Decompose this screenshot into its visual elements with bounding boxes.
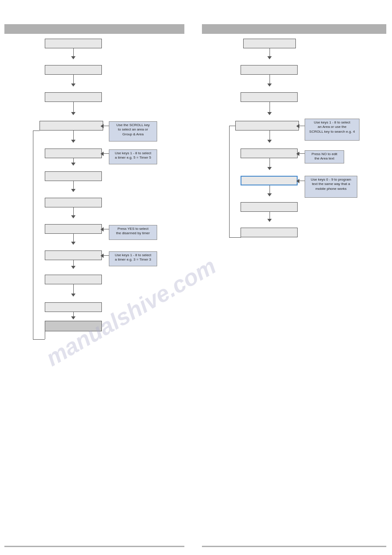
- rbox2: [241, 65, 298, 75]
- hline-lann4: [103, 255, 109, 256]
- vline-l10: [73, 284, 74, 294]
- lbox7: [45, 198, 102, 207]
- hline-lann1: [103, 126, 109, 126]
- arrow-lann2: [101, 152, 104, 156]
- hline-rann1: [299, 126, 305, 126]
- rbox4: [235, 121, 299, 131]
- rbox8: [241, 228, 298, 237]
- arrow-r4: [267, 140, 272, 143]
- vline-l4: [73, 131, 74, 141]
- hline-lann3: [103, 229, 109, 229]
- header-bar-right: [202, 24, 386, 34]
- lbox10: [45, 275, 102, 284]
- arrow-l9: [71, 266, 76, 269]
- rann1: Use keys 1 - 8 to selectan Area or use t…: [305, 119, 360, 141]
- arrow-r6: [267, 193, 272, 196]
- arrow-r5: [267, 167, 272, 170]
- arrow-lann3: [101, 227, 104, 232]
- vline-l6: [73, 181, 74, 190]
- arrow-l8: [71, 242, 76, 245]
- loop-left-r: [229, 126, 230, 238]
- lbox1: [45, 39, 102, 48]
- lbox5: [45, 149, 102, 158]
- arrow-l4: [71, 140, 76, 143]
- arrow-r1: [267, 56, 272, 59]
- rbox3: [241, 92, 298, 102]
- lbox2: [45, 65, 102, 75]
- watermark: manualshive.com: [41, 253, 220, 371]
- lbox6: [45, 171, 102, 181]
- vline-l1: [73, 48, 74, 57]
- loop-bottom-r: [229, 237, 241, 238]
- arrow-l7: [71, 215, 76, 218]
- lann2: Use keys 1 - 8 to selecta timer e.g. 5 =…: [109, 149, 157, 164]
- hline-rann2: [299, 153, 305, 154]
- arrow-l1: [71, 56, 76, 59]
- loop-top-l: [33, 131, 40, 131]
- arrow-l2: [71, 83, 76, 87]
- lann1: Use the SCROLL keyto select an area orGr…: [109, 121, 157, 141]
- vline-r4: [270, 131, 270, 141]
- loop-bottom-l: [33, 339, 45, 340]
- footer-bar-left: [4, 546, 184, 547]
- arrow-r7: [267, 219, 272, 222]
- arrow-l11: [71, 316, 76, 319]
- rbox6: [241, 176, 298, 185]
- vline-l8: [73, 234, 74, 243]
- lbox4: [40, 121, 103, 131]
- arrow-l5: [71, 163, 76, 166]
- vline-r2: [270, 75, 270, 84]
- header-bar-left: [4, 24, 184, 34]
- footer-bar-right: [202, 546, 386, 547]
- arrow-l3: [71, 112, 76, 115]
- arrow-l6: [71, 189, 76, 192]
- lann4: Use keys 1 - 8 to selecta timer e.g. 3 =…: [109, 251, 157, 266]
- hline-lann2: [103, 153, 109, 154]
- vline-r5: [270, 158, 270, 168]
- loop-down-r: [241, 237, 241, 238]
- arrow-lann4: [101, 254, 104, 258]
- vline-l3: [73, 102, 74, 113]
- vline-l7: [73, 207, 74, 216]
- lbox8: [45, 224, 102, 234]
- arrow-rann2: [296, 152, 299, 156]
- arrow-l10: [71, 294, 76, 297]
- rann2: Press NO to editthe Area text: [305, 150, 344, 163]
- vline-r6: [270, 185, 270, 194]
- arrow-r3: [267, 112, 272, 115]
- lbox3: [45, 92, 102, 102]
- hline-rann3: [299, 181, 305, 181]
- vline-r1: [270, 48, 270, 57]
- loop-left-l: [33, 131, 33, 339]
- rbox5: [241, 149, 298, 158]
- rann3: Use keys 0 - 9 to programtext the same w…: [305, 176, 357, 198]
- vline-r3: [270, 102, 270, 113]
- lbox9: [45, 250, 102, 260]
- lann3: Press YES to selectthe disarmed by timer: [109, 225, 157, 240]
- lbox12: [45, 321, 102, 331]
- loop-down-l: [45, 326, 45, 339]
- loop-top-r: [229, 126, 235, 126]
- arrow-rann1: [296, 124, 299, 128]
- rbox1: [243, 39, 296, 48]
- rbox7: [241, 202, 298, 212]
- vline-l2: [73, 75, 74, 84]
- arrow-lann1: [101, 124, 104, 128]
- arrow-rann3: [296, 179, 299, 183]
- lbox11: [45, 302, 102, 312]
- arrow-r2: [267, 83, 272, 87]
